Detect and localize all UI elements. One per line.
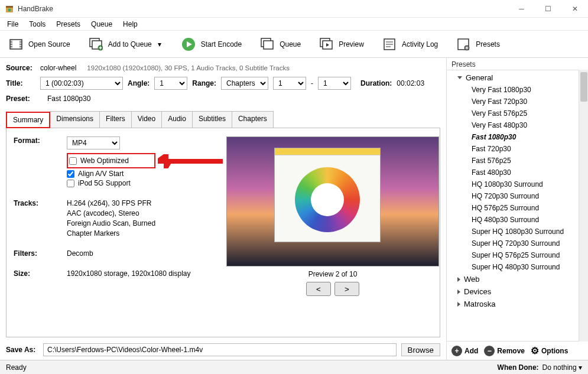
open-source-label: Open Source bbox=[28, 40, 70, 48]
queue-button[interactable]: Queue bbox=[255, 34, 306, 54]
activity-log-button[interactable]: Activity Log bbox=[377, 34, 443, 54]
save-as-row: Save As: Browse bbox=[6, 337, 440, 356]
browse-button[interactable]: Browse bbox=[401, 343, 440, 356]
menu-tools[interactable]: Tools bbox=[24, 19, 50, 30]
window-title: HandBrake bbox=[18, 5, 508, 13]
align-av-checkbox[interactable]: Align A/V Start bbox=[67, 170, 215, 178]
preview-prev-button[interactable]: < bbox=[306, 282, 331, 296]
track-video: H.264 (x264), 30 FPS PFR bbox=[67, 199, 215, 207]
status-text: Ready bbox=[6, 363, 27, 372]
preset-options-button[interactable]: ⚙Options bbox=[531, 345, 568, 356]
tab-audio[interactable]: Audio bbox=[161, 111, 193, 128]
start-encode-button[interactable]: Start Encode bbox=[176, 34, 246, 54]
preset-item[interactable]: HQ 576p25 Surround bbox=[447, 202, 579, 214]
save-as-label: Save As: bbox=[6, 346, 38, 354]
menu-queue[interactable]: Queue bbox=[86, 19, 117, 30]
preset-item[interactable]: Super HQ 720p30 Surround bbox=[447, 238, 579, 249]
preset-item[interactable]: HQ 480p30 Surround bbox=[447, 214, 579, 226]
left-panel: Source: color-wheel 1920x1080 (1920x1080… bbox=[0, 58, 446, 360]
range-start-select[interactable]: 1 bbox=[273, 77, 306, 90]
preset-item[interactable]: Very Fast 720p30 bbox=[447, 96, 579, 108]
content: Source: color-wheel 1920x1080 (1920x1080… bbox=[0, 58, 588, 360]
chevron-right-icon bbox=[457, 277, 460, 282]
gear-icon: ⚙ bbox=[531, 345, 539, 356]
color-wheel-icon bbox=[295, 167, 360, 232]
maximize-button[interactable]: ☐ bbox=[535, 0, 561, 18]
svg-rect-1 bbox=[6, 6, 13, 8]
angle-label: Angle: bbox=[128, 79, 150, 87]
tab-summary[interactable]: Summary bbox=[6, 112, 50, 128]
duration-label: Duration: bbox=[360, 79, 392, 87]
queue-label: Queue bbox=[280, 40, 301, 48]
presets-scrollbar[interactable] bbox=[579, 70, 588, 342]
tab-subtitles[interactable]: Subtitles bbox=[192, 111, 232, 128]
preset-item[interactable]: Very Fast 480p30 bbox=[447, 119, 579, 131]
menu-file[interactable]: File bbox=[2, 19, 23, 30]
ipod-checkbox[interactable]: iPod 5G Support bbox=[67, 179, 215, 187]
open-source-button[interactable]: Open Source bbox=[4, 34, 75, 54]
preset-item[interactable]: Super HQ 576p25 Surround bbox=[447, 249, 579, 261]
preset-item[interactable]: Super HQ 480p30 Surround bbox=[447, 261, 579, 273]
preset-item[interactable]: Fast 576p25 bbox=[447, 155, 579, 167]
presets-label: Presets bbox=[476, 40, 500, 48]
source-label: Source: bbox=[6, 64, 35, 72]
plus-icon: + bbox=[451, 346, 462, 356]
tabs: Summary Dimensions Filters Video Audio S… bbox=[6, 111, 440, 128]
web-optimized-checkbox[interactable]: Web Optimized bbox=[69, 157, 151, 165]
preset-item[interactable]: Fast 480p30 bbox=[447, 167, 579, 178]
when-done-value[interactable]: Do nothing ▾ bbox=[542, 363, 582, 372]
menu-help[interactable]: Help bbox=[118, 19, 142, 30]
preset-item[interactable]: Very Fast 576p25 bbox=[447, 108, 579, 119]
preview-next-button[interactable]: > bbox=[334, 282, 359, 296]
preset-cat-matroska[interactable]: Matroska bbox=[447, 298, 579, 310]
range-end-select[interactable]: 1 bbox=[318, 77, 351, 90]
track-audio: AAC (avcodec), Stereo bbox=[67, 209, 215, 217]
add-queue-icon bbox=[88, 37, 103, 52]
toolbar: Open Source Add to Queue ▾ Start Encode … bbox=[0, 31, 588, 58]
preview-browser-window bbox=[274, 148, 381, 242]
range-select[interactable]: Chapters bbox=[221, 77, 268, 90]
titlebar: HandBrake ─ ☐ ✕ bbox=[0, 0, 588, 18]
preset-item-selected[interactable]: Fast 1080p30 bbox=[447, 131, 579, 143]
align-av-label: Align A/V Start bbox=[78, 170, 124, 178]
preset-cat-web[interactable]: Web bbox=[447, 273, 579, 285]
angle-select[interactable]: 1 bbox=[154, 77, 187, 90]
menubar: File Tools Presets Queue Help bbox=[0, 18, 588, 31]
presets-button[interactable]: Presets bbox=[451, 34, 505, 54]
web-optimized-label: Web Optimized bbox=[80, 157, 129, 165]
preview-button[interactable]: Preview bbox=[314, 34, 369, 54]
minimize-button[interactable]: ─ bbox=[508, 0, 535, 18]
svg-point-26 bbox=[466, 47, 468, 48]
preset-item[interactable]: HQ 1080p30 Surround bbox=[447, 178, 579, 190]
tab-video[interactable]: Video bbox=[131, 111, 162, 128]
save-as-input[interactable] bbox=[43, 343, 397, 356]
add-to-queue-button[interactable]: Add to Queue ▾ bbox=[83, 34, 168, 54]
preset-item[interactable]: Fast 720p30 bbox=[447, 143, 579, 155]
close-button[interactable]: ✕ bbox=[561, 0, 588, 18]
track-subtitle: Foreign Audio Scan, Burned bbox=[67, 219, 215, 227]
format-select[interactable]: MP4 bbox=[67, 136, 120, 149]
preset-item[interactable]: Very Fast 1080p30 bbox=[447, 84, 579, 96]
title-label: Title: bbox=[6, 79, 35, 87]
tab-chapters[interactable]: Chapters bbox=[232, 111, 274, 128]
play-icon bbox=[181, 37, 196, 52]
preset-item[interactable]: Super HQ 1080p30 Surround bbox=[447, 226, 579, 238]
highlight-arrow-icon bbox=[158, 154, 223, 168]
size-label: Size: bbox=[14, 269, 61, 278]
preset-item[interactable]: HQ 720p30 Surround bbox=[447, 190, 579, 202]
preset-remove-button[interactable]: −Remove bbox=[484, 346, 525, 356]
svg-rect-17 bbox=[264, 41, 273, 49]
preset-cat-general[interactable]: General bbox=[447, 71, 579, 84]
chevron-right-icon bbox=[457, 302, 460, 307]
presets-tree[interactable]: General Very Fast 1080p30 Very Fast 720p… bbox=[447, 70, 579, 342]
duration-value: 00:02:03 bbox=[397, 79, 424, 87]
menu-presets[interactable]: Presets bbox=[51, 19, 85, 30]
title-select[interactable]: 1 (00:02:03) bbox=[40, 77, 123, 90]
preset-add-button[interactable]: +Add bbox=[451, 346, 478, 356]
preset-cat-devices[interactable]: Devices bbox=[447, 285, 579, 298]
settings-icon bbox=[456, 37, 471, 52]
tab-filters[interactable]: Filters bbox=[99, 111, 132, 128]
preset-label: Preset: bbox=[6, 95, 35, 103]
chevron-down-icon[interactable]: ▾ bbox=[157, 41, 163, 47]
tab-dimensions[interactable]: Dimensions bbox=[50, 111, 100, 128]
